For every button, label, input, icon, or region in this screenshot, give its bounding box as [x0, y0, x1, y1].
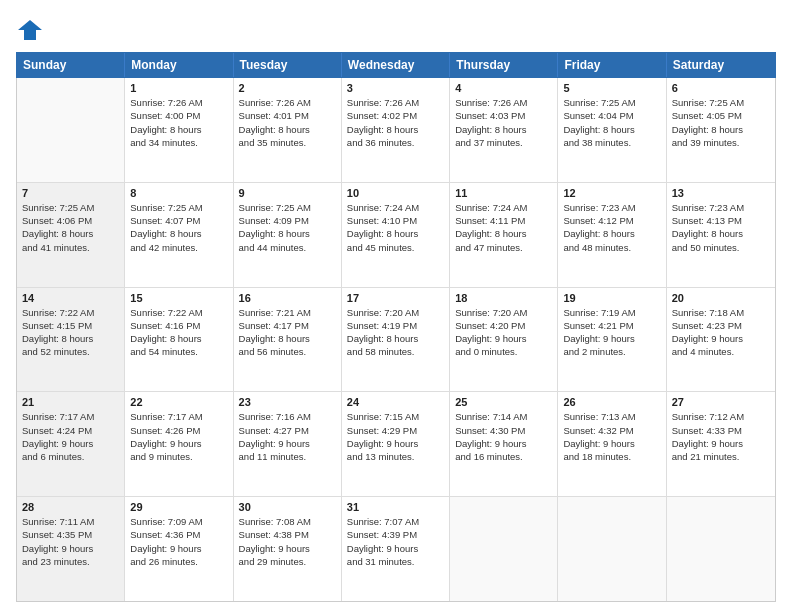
cal-week-1: 1Sunrise: 7:26 AM Sunset: 4:00 PM Daylig… [17, 78, 775, 183]
cal-cell: 11Sunrise: 7:24 AM Sunset: 4:11 PM Dayli… [450, 183, 558, 287]
cal-cell: 24Sunrise: 7:15 AM Sunset: 4:29 PM Dayli… [342, 392, 450, 496]
day-number: 12 [563, 187, 660, 199]
day-number: 29 [130, 501, 227, 513]
day-number: 11 [455, 187, 552, 199]
day-info: Sunrise: 7:26 AM Sunset: 4:00 PM Dayligh… [130, 96, 227, 149]
cal-cell: 28Sunrise: 7:11 AM Sunset: 4:35 PM Dayli… [17, 497, 125, 601]
day-info: Sunrise: 7:21 AM Sunset: 4:17 PM Dayligh… [239, 306, 336, 359]
day-number: 30 [239, 501, 336, 513]
logo [16, 16, 46, 44]
day-info: Sunrise: 7:18 AM Sunset: 4:23 PM Dayligh… [672, 306, 770, 359]
cal-week-5: 28Sunrise: 7:11 AM Sunset: 4:35 PM Dayli… [17, 497, 775, 601]
day-info: Sunrise: 7:22 AM Sunset: 4:16 PM Dayligh… [130, 306, 227, 359]
cal-cell: 8Sunrise: 7:25 AM Sunset: 4:07 PM Daylig… [125, 183, 233, 287]
day-info: Sunrise: 7:26 AM Sunset: 4:03 PM Dayligh… [455, 96, 552, 149]
day-number: 17 [347, 292, 444, 304]
day-number: 23 [239, 396, 336, 408]
day-number: 19 [563, 292, 660, 304]
cal-cell: 1Sunrise: 7:26 AM Sunset: 4:00 PM Daylig… [125, 78, 233, 182]
day-info: Sunrise: 7:17 AM Sunset: 4:26 PM Dayligh… [130, 410, 227, 463]
cal-cell: 27Sunrise: 7:12 AM Sunset: 4:33 PM Dayli… [667, 392, 775, 496]
cal-cell [558, 497, 666, 601]
day-info: Sunrise: 7:13 AM Sunset: 4:32 PM Dayligh… [563, 410, 660, 463]
day-info: Sunrise: 7:12 AM Sunset: 4:33 PM Dayligh… [672, 410, 770, 463]
day-info: Sunrise: 7:25 AM Sunset: 4:05 PM Dayligh… [672, 96, 770, 149]
calendar-body: 1Sunrise: 7:26 AM Sunset: 4:00 PM Daylig… [16, 78, 776, 602]
cal-cell: 5Sunrise: 7:25 AM Sunset: 4:04 PM Daylig… [558, 78, 666, 182]
day-info: Sunrise: 7:20 AM Sunset: 4:20 PM Dayligh… [455, 306, 552, 359]
calendar: SundayMondayTuesdayWednesdayThursdayFrid… [16, 52, 776, 602]
header [16, 16, 776, 44]
day-number: 3 [347, 82, 444, 94]
day-info: Sunrise: 7:26 AM Sunset: 4:02 PM Dayligh… [347, 96, 444, 149]
cal-cell [17, 78, 125, 182]
day-number: 28 [22, 501, 119, 513]
day-info: Sunrise: 7:24 AM Sunset: 4:11 PM Dayligh… [455, 201, 552, 254]
cal-cell: 6Sunrise: 7:25 AM Sunset: 4:05 PM Daylig… [667, 78, 775, 182]
cal-header-cell-saturday: Saturday [667, 53, 775, 77]
cal-cell: 10Sunrise: 7:24 AM Sunset: 4:10 PM Dayli… [342, 183, 450, 287]
day-number: 18 [455, 292, 552, 304]
day-number: 31 [347, 501, 444, 513]
cal-header-cell-monday: Monday [125, 53, 233, 77]
day-info: Sunrise: 7:25 AM Sunset: 4:09 PM Dayligh… [239, 201, 336, 254]
logo-icon [16, 16, 44, 44]
day-info: Sunrise: 7:23 AM Sunset: 4:12 PM Dayligh… [563, 201, 660, 254]
cal-header-cell-wednesday: Wednesday [342, 53, 450, 77]
cal-cell: 22Sunrise: 7:17 AM Sunset: 4:26 PM Dayli… [125, 392, 233, 496]
cal-cell [450, 497, 558, 601]
day-info: Sunrise: 7:15 AM Sunset: 4:29 PM Dayligh… [347, 410, 444, 463]
day-number: 2 [239, 82, 336, 94]
day-number: 15 [130, 292, 227, 304]
day-info: Sunrise: 7:22 AM Sunset: 4:15 PM Dayligh… [22, 306, 119, 359]
day-info: Sunrise: 7:08 AM Sunset: 4:38 PM Dayligh… [239, 515, 336, 568]
day-number: 4 [455, 82, 552, 94]
day-number: 1 [130, 82, 227, 94]
day-number: 7 [22, 187, 119, 199]
day-info: Sunrise: 7:09 AM Sunset: 4:36 PM Dayligh… [130, 515, 227, 568]
day-info: Sunrise: 7:25 AM Sunset: 4:06 PM Dayligh… [22, 201, 119, 254]
day-info: Sunrise: 7:25 AM Sunset: 4:07 PM Dayligh… [130, 201, 227, 254]
cal-header-cell-tuesday: Tuesday [234, 53, 342, 77]
cal-week-3: 14Sunrise: 7:22 AM Sunset: 4:15 PM Dayli… [17, 288, 775, 393]
cal-cell: 23Sunrise: 7:16 AM Sunset: 4:27 PM Dayli… [234, 392, 342, 496]
cal-cell: 19Sunrise: 7:19 AM Sunset: 4:21 PM Dayli… [558, 288, 666, 392]
cal-cell: 2Sunrise: 7:26 AM Sunset: 4:01 PM Daylig… [234, 78, 342, 182]
day-number: 6 [672, 82, 770, 94]
cal-cell: 20Sunrise: 7:18 AM Sunset: 4:23 PM Dayli… [667, 288, 775, 392]
day-number: 25 [455, 396, 552, 408]
day-number: 9 [239, 187, 336, 199]
day-number: 10 [347, 187, 444, 199]
day-info: Sunrise: 7:17 AM Sunset: 4:24 PM Dayligh… [22, 410, 119, 463]
day-info: Sunrise: 7:14 AM Sunset: 4:30 PM Dayligh… [455, 410, 552, 463]
cal-cell: 7Sunrise: 7:25 AM Sunset: 4:06 PM Daylig… [17, 183, 125, 287]
day-info: Sunrise: 7:26 AM Sunset: 4:01 PM Dayligh… [239, 96, 336, 149]
day-number: 14 [22, 292, 119, 304]
cal-cell: 31Sunrise: 7:07 AM Sunset: 4:39 PM Dayli… [342, 497, 450, 601]
day-number: 24 [347, 396, 444, 408]
day-number: 20 [672, 292, 770, 304]
cal-cell: 14Sunrise: 7:22 AM Sunset: 4:15 PM Dayli… [17, 288, 125, 392]
day-info: Sunrise: 7:25 AM Sunset: 4:04 PM Dayligh… [563, 96, 660, 149]
day-info: Sunrise: 7:20 AM Sunset: 4:19 PM Dayligh… [347, 306, 444, 359]
page: SundayMondayTuesdayWednesdayThursdayFrid… [0, 0, 792, 612]
cal-cell: 3Sunrise: 7:26 AM Sunset: 4:02 PM Daylig… [342, 78, 450, 182]
cal-cell: 30Sunrise: 7:08 AM Sunset: 4:38 PM Dayli… [234, 497, 342, 601]
cal-cell: 4Sunrise: 7:26 AM Sunset: 4:03 PM Daylig… [450, 78, 558, 182]
day-info: Sunrise: 7:07 AM Sunset: 4:39 PM Dayligh… [347, 515, 444, 568]
cal-week-4: 21Sunrise: 7:17 AM Sunset: 4:24 PM Dayli… [17, 392, 775, 497]
cal-header-cell-sunday: Sunday [17, 53, 125, 77]
day-info: Sunrise: 7:11 AM Sunset: 4:35 PM Dayligh… [22, 515, 119, 568]
cal-cell: 16Sunrise: 7:21 AM Sunset: 4:17 PM Dayli… [234, 288, 342, 392]
day-number: 27 [672, 396, 770, 408]
calendar-header: SundayMondayTuesdayWednesdayThursdayFrid… [16, 52, 776, 78]
cal-header-cell-thursday: Thursday [450, 53, 558, 77]
day-info: Sunrise: 7:23 AM Sunset: 4:13 PM Dayligh… [672, 201, 770, 254]
cal-cell: 29Sunrise: 7:09 AM Sunset: 4:36 PM Dayli… [125, 497, 233, 601]
day-number: 26 [563, 396, 660, 408]
day-number: 22 [130, 396, 227, 408]
cal-cell: 26Sunrise: 7:13 AM Sunset: 4:32 PM Dayli… [558, 392, 666, 496]
cal-cell: 12Sunrise: 7:23 AM Sunset: 4:12 PM Dayli… [558, 183, 666, 287]
day-number: 5 [563, 82, 660, 94]
cal-cell: 17Sunrise: 7:20 AM Sunset: 4:19 PM Dayli… [342, 288, 450, 392]
